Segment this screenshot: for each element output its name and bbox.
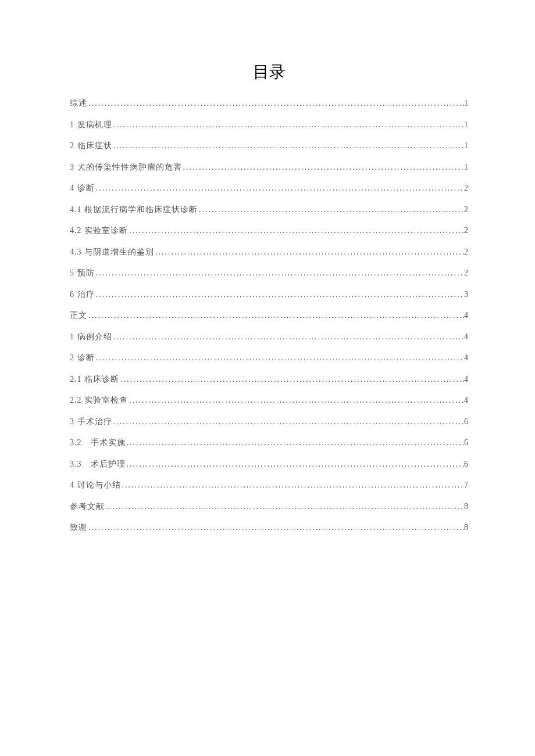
toc-entry-page: 3 xyxy=(464,291,468,299)
toc-entry[interactable]: 4.3 与阴道增生的鉴别 2 xyxy=(70,248,468,256)
toc-entry-page: 4 xyxy=(464,396,468,404)
toc-entry-label: 正文 xyxy=(70,311,87,320)
toc-dots xyxy=(95,291,465,299)
toc-entry[interactable]: 1 病例介绍 4 xyxy=(70,333,468,341)
toc-entry[interactable]: 5 预防 2 xyxy=(70,269,468,277)
toc-entry-page: 1 xyxy=(464,163,468,171)
toc-entry[interactable]: 正文 4 xyxy=(70,311,468,320)
toc-entry-label: 3 犬的传染性性病肿瘤的危害 xyxy=(70,163,182,171)
toc-entry-page: 4 xyxy=(464,311,468,320)
toc-entry-label: 6 治疗 xyxy=(70,291,95,299)
toc-dots xyxy=(112,418,465,426)
toc-entry[interactable]: 4.1 根据流行病学和临床症状诊断 2 xyxy=(70,206,468,214)
toc-entry-label: 综述 xyxy=(70,99,87,108)
toc-entry-label: 5 预防 xyxy=(70,269,95,277)
toc-entry[interactable]: 1 发病机理 1 xyxy=(70,121,468,129)
toc-dots xyxy=(87,99,464,108)
toc-entry[interactable]: 4 讨论与小结 7 xyxy=(70,481,468,489)
toc-entry-label: 1 发病机理 xyxy=(70,121,112,129)
toc-entry-page: 1 xyxy=(464,99,468,108)
toc-entry-page: 2 xyxy=(464,184,468,192)
toc-entry-label: 3.2 手术实施 xyxy=(70,439,126,447)
toc-dots xyxy=(112,142,465,150)
toc-entry[interactable]: 4.2 实验室诊断 2 xyxy=(70,227,468,235)
toc-entry-label: 4 诊断 xyxy=(70,184,95,192)
toc-entry[interactable]: 3 手术治疗 6 xyxy=(70,418,468,426)
toc-dots xyxy=(95,354,465,362)
toc-entry[interactable]: 综述 1 xyxy=(70,99,468,108)
toc-entry-label: 3.3 术后护理 xyxy=(70,460,126,468)
toc-list: 综述 1 1 发病机理 1 2 临床症状 1 3 犬的传染性性病肿瘤的危害 1 … xyxy=(70,99,468,532)
toc-entry-label: 1 病例介绍 xyxy=(70,333,112,341)
toc-entry-label: 4.1 根据流行病学和临床症状诊断 xyxy=(70,206,198,214)
toc-dots xyxy=(126,460,465,468)
toc-entry-page: 8 xyxy=(464,524,468,532)
toc-entry-label: 2 临床症状 xyxy=(70,142,112,150)
toc-entry[interactable]: 致谢 8 xyxy=(70,524,468,532)
toc-dots xyxy=(128,396,464,404)
toc-dots xyxy=(126,439,465,447)
toc-entry-page: 2 xyxy=(464,227,468,235)
toc-entry[interactable]: 3.2 手术实施 6 xyxy=(70,439,468,447)
toc-entry-page: 6 xyxy=(464,439,468,447)
toc-entry-label: 4.3 与阴道增生的鉴别 xyxy=(70,248,154,256)
toc-entry[interactable]: 2 临床症状 1 xyxy=(70,142,468,150)
toc-dots xyxy=(105,503,464,511)
toc-entry-page: 2 xyxy=(464,269,468,277)
toc-entry-label: 2.1 临床诊断 xyxy=(70,375,119,384)
toc-entry-page: 2 xyxy=(464,206,468,214)
toc-entry-label: 3 手术治疗 xyxy=(70,418,112,426)
toc-entry[interactable]: 6 治疗 3 xyxy=(70,291,468,299)
toc-dots xyxy=(121,481,465,489)
toc-dots xyxy=(128,227,464,235)
toc-dots xyxy=(95,184,465,192)
toc-entry-page: 4 xyxy=(464,354,468,362)
toc-entry[interactable]: 参考文献 8 xyxy=(70,503,468,511)
toc-entry-label: 4 讨论与小结 xyxy=(70,481,121,489)
toc-entry-label: 致谢 xyxy=(70,524,87,532)
toc-dots xyxy=(154,248,464,256)
toc-dots xyxy=(182,163,465,171)
toc-entry-page: 1 xyxy=(464,142,468,150)
toc-entry-label: 参考文献 xyxy=(70,503,105,511)
toc-entry-label: 4.2 实验室诊断 xyxy=(70,227,128,235)
toc-entry-page: 8 xyxy=(464,503,468,511)
toc-entry-page: 6 xyxy=(464,418,468,426)
toc-entry-label: 2.2 实验室检查 xyxy=(70,396,128,404)
toc-entry[interactable]: 2.2 实验室检查 4 xyxy=(70,396,468,404)
toc-dots xyxy=(95,269,465,277)
toc-entry[interactable]: 3 犬的传染性性病肿瘤的危害 1 xyxy=(70,163,468,171)
toc-title: 目录 xyxy=(70,61,468,83)
toc-dots xyxy=(112,333,465,341)
toc-dots xyxy=(87,311,464,320)
toc-entry-page: 4 xyxy=(464,375,468,384)
toc-entry-page: 7 xyxy=(464,481,468,489)
toc-dots xyxy=(87,524,464,532)
toc-entry-page: 6 xyxy=(464,460,468,468)
toc-entry-page: 4 xyxy=(464,333,468,341)
toc-entry[interactable]: 4 诊断 2 xyxy=(70,184,468,192)
toc-entry[interactable]: 2 诊断 4 xyxy=(70,354,468,362)
toc-dots xyxy=(119,375,464,384)
toc-entry-label: 2 诊断 xyxy=(70,354,95,362)
toc-entry-page: 1 xyxy=(464,121,468,129)
toc-entry[interactable]: 2.1 临床诊断 4 xyxy=(70,375,468,384)
toc-dots xyxy=(198,206,464,214)
toc-entry[interactable]: 3.3 术后护理 6 xyxy=(70,460,468,468)
toc-dots xyxy=(112,121,465,129)
toc-entry-page: 2 xyxy=(464,248,468,256)
